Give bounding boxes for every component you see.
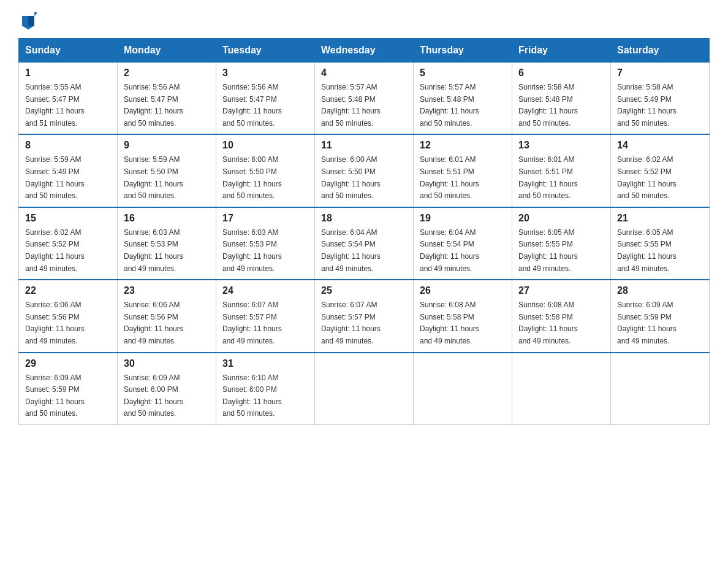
day-number: 26 <box>420 285 506 296</box>
calendar-cell: 29 Sunrise: 6:09 AMSunset: 5:59 PMDaylig… <box>19 353 118 425</box>
calendar-cell: 25 Sunrise: 6:07 AMSunset: 5:57 PMDaylig… <box>315 280 414 352</box>
calendar-cell: 4 Sunrise: 5:57 AMSunset: 5:48 PMDayligh… <box>315 63 414 135</box>
day-number: 12 <box>420 140 506 151</box>
day-number: 10 <box>222 140 308 151</box>
calendar-cell <box>315 353 414 425</box>
day-info: Sunrise: 6:08 AMSunset: 5:58 PMDaylight:… <box>420 301 479 345</box>
calendar-cell: 3 Sunrise: 5:56 AMSunset: 5:47 PMDayligh… <box>216 63 315 135</box>
day-number: 6 <box>518 67 604 79</box>
day-info: Sunrise: 6:06 AMSunset: 5:56 PMDaylight:… <box>124 301 183 345</box>
day-info: Sunrise: 5:57 AMSunset: 5:48 PMDaylight:… <box>420 83 479 128</box>
day-number: 21 <box>617 213 703 224</box>
day-number: 8 <box>25 140 111 151</box>
calendar-cell: 20 Sunrise: 6:05 AMSunset: 5:55 PMDaylig… <box>512 207 611 280</box>
calendar-week-row: 1 Sunrise: 5:55 AMSunset: 5:47 PMDayligh… <box>19 63 710 135</box>
day-info: Sunrise: 6:00 AMSunset: 5:50 PMDaylight:… <box>321 155 381 200</box>
calendar-cell: 8 Sunrise: 5:59 AMSunset: 5:49 PMDayligh… <box>19 134 118 207</box>
day-info: Sunrise: 6:01 AMSunset: 5:51 PMDaylight:… <box>420 155 479 200</box>
calendar-cell: 31 Sunrise: 6:10 AMSunset: 6:00 PMDaylig… <box>216 353 315 425</box>
calendar-week-row: 8 Sunrise: 5:59 AMSunset: 5:49 PMDayligh… <box>19 134 710 207</box>
day-info: Sunrise: 6:08 AMSunset: 5:58 PMDaylight:… <box>518 301 578 345</box>
calendar-header-row: SundayMondayTuesdayWednesdayThursdayFrid… <box>19 39 710 63</box>
day-number: 14 <box>617 140 703 151</box>
calendar-cell: 24 Sunrise: 6:07 AMSunset: 5:57 PMDaylig… <box>216 280 315 352</box>
calendar-cell: 18 Sunrise: 6:04 AMSunset: 5:54 PMDaylig… <box>315 207 414 280</box>
calendar-cell: 30 Sunrise: 6:09 AMSunset: 6:00 PMDaylig… <box>118 353 216 425</box>
day-number: 11 <box>321 140 407 151</box>
calendar-week-row: 22 Sunrise: 6:06 AMSunset: 5:56 PMDaylig… <box>19 280 710 352</box>
day-info: Sunrise: 6:01 AMSunset: 5:51 PMDaylight:… <box>518 155 578 200</box>
calendar-cell: 15 Sunrise: 6:02 AMSunset: 5:52 PMDaylig… <box>19 207 118 280</box>
day-info: Sunrise: 6:05 AMSunset: 5:55 PMDaylight:… <box>518 228 578 273</box>
calendar-cell: 1 Sunrise: 5:55 AMSunset: 5:47 PMDayligh… <box>19 63 118 135</box>
day-info: Sunrise: 6:03 AMSunset: 5:53 PMDaylight:… <box>222 228 282 273</box>
day-info: Sunrise: 5:56 AMSunset: 5:47 PMDaylight:… <box>124 83 183 128</box>
header-monday: Monday <box>118 39 216 63</box>
page-header <box>18 12 710 27</box>
day-number: 5 <box>420 67 506 79</box>
day-number: 4 <box>321 67 407 79</box>
day-info: Sunrise: 6:07 AMSunset: 5:57 PMDaylight:… <box>222 301 282 345</box>
day-info: Sunrise: 6:02 AMSunset: 5:52 PMDaylight:… <box>617 155 677 200</box>
day-number: 29 <box>25 358 111 369</box>
day-number: 18 <box>321 213 407 224</box>
svg-marker-1 <box>28 16 34 26</box>
day-number: 2 <box>124 67 210 79</box>
logo <box>18 12 37 27</box>
day-number: 3 <box>222 67 308 79</box>
day-info: Sunrise: 6:04 AMSunset: 5:54 PMDaylight:… <box>420 228 479 273</box>
day-number: 1 <box>25 67 111 79</box>
day-info: Sunrise: 6:04 AMSunset: 5:54 PMDaylight:… <box>321 228 381 273</box>
day-number: 16 <box>124 213 210 224</box>
day-info: Sunrise: 6:06 AMSunset: 5:56 PMDaylight:… <box>25 301 85 345</box>
day-number: 23 <box>124 285 210 296</box>
day-info: Sunrise: 6:10 AMSunset: 6:00 PMDaylight:… <box>222 373 282 418</box>
calendar-cell: 6 Sunrise: 5:58 AMSunset: 5:48 PMDayligh… <box>512 63 611 135</box>
day-number: 27 <box>518 285 604 296</box>
day-info: Sunrise: 5:59 AMSunset: 5:50 PMDaylight:… <box>124 155 183 200</box>
day-info: Sunrise: 6:03 AMSunset: 5:53 PMDaylight:… <box>124 228 183 273</box>
calendar-week-row: 29 Sunrise: 6:09 AMSunset: 5:59 PMDaylig… <box>19 353 710 425</box>
header-thursday: Thursday <box>414 39 512 63</box>
day-info: Sunrise: 6:09 AMSunset: 5:59 PMDaylight:… <box>617 301 677 345</box>
calendar-cell: 23 Sunrise: 6:06 AMSunset: 5:56 PMDaylig… <box>118 280 216 352</box>
calendar-cell: 21 Sunrise: 6:05 AMSunset: 5:55 PMDaylig… <box>611 207 710 280</box>
calendar-cell: 2 Sunrise: 5:56 AMSunset: 5:47 PMDayligh… <box>118 63 216 135</box>
calendar-cell: 11 Sunrise: 6:00 AMSunset: 5:50 PMDaylig… <box>315 134 414 207</box>
day-number: 24 <box>222 285 308 296</box>
calendar-cell: 27 Sunrise: 6:08 AMSunset: 5:58 PMDaylig… <box>512 280 611 352</box>
day-info: Sunrise: 6:05 AMSunset: 5:55 PMDaylight:… <box>617 228 677 273</box>
calendar-cell: 13 Sunrise: 6:01 AMSunset: 5:51 PMDaylig… <box>512 134 611 207</box>
day-number: 15 <box>25 213 111 224</box>
day-info: Sunrise: 6:07 AMSunset: 5:57 PMDaylight:… <box>321 301 381 345</box>
day-info: Sunrise: 6:09 AMSunset: 5:59 PMDaylight:… <box>25 373 85 418</box>
calendar-cell: 17 Sunrise: 6:03 AMSunset: 5:53 PMDaylig… <box>216 207 315 280</box>
day-info: Sunrise: 5:59 AMSunset: 5:49 PMDaylight:… <box>25 155 85 200</box>
calendar-week-row: 15 Sunrise: 6:02 AMSunset: 5:52 PMDaylig… <box>19 207 710 280</box>
day-number: 13 <box>518 140 604 151</box>
day-number: 28 <box>617 285 703 296</box>
calendar-cell: 22 Sunrise: 6:06 AMSunset: 5:56 PMDaylig… <box>19 280 118 352</box>
svg-marker-2 <box>34 12 37 16</box>
day-number: 19 <box>420 213 506 224</box>
day-info: Sunrise: 6:02 AMSunset: 5:52 PMDaylight:… <box>25 228 85 273</box>
day-info: Sunrise: 5:56 AMSunset: 5:47 PMDaylight:… <box>222 83 282 128</box>
header-saturday: Saturday <box>611 39 710 63</box>
day-number: 17 <box>222 213 308 224</box>
calendar-cell: 5 Sunrise: 5:57 AMSunset: 5:48 PMDayligh… <box>414 63 512 135</box>
day-info: Sunrise: 6:00 AMSunset: 5:50 PMDaylight:… <box>222 155 282 200</box>
day-number: 22 <box>25 285 111 296</box>
calendar-cell: 14 Sunrise: 6:02 AMSunset: 5:52 PMDaylig… <box>611 134 710 207</box>
day-number: 25 <box>321 285 407 296</box>
header-wednesday: Wednesday <box>315 39 414 63</box>
calendar-table: SundayMondayTuesdayWednesdayThursdayFrid… <box>18 38 710 425</box>
day-number: 7 <box>617 67 703 79</box>
logo-icon <box>20 12 37 29</box>
header-tuesday: Tuesday <box>216 39 315 63</box>
calendar-cell: 12 Sunrise: 6:01 AMSunset: 5:51 PMDaylig… <box>414 134 512 207</box>
calendar-cell: 28 Sunrise: 6:09 AMSunset: 5:59 PMDaylig… <box>611 280 710 352</box>
day-number: 31 <box>222 358 308 369</box>
calendar-cell: 10 Sunrise: 6:00 AMSunset: 5:50 PMDaylig… <box>216 134 315 207</box>
calendar-cell: 26 Sunrise: 6:08 AMSunset: 5:58 PMDaylig… <box>414 280 512 352</box>
day-info: Sunrise: 5:58 AMSunset: 5:48 PMDaylight:… <box>518 83 578 128</box>
